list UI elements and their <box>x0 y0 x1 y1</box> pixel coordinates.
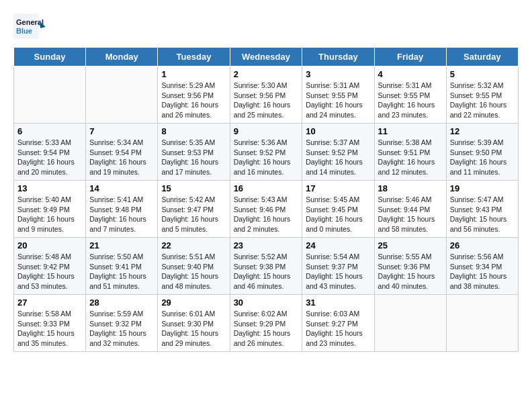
day-number: 25 <box>378 240 443 250</box>
cell-content: Sunrise: 5:47 AM Sunset: 9:43 PM Dayligh… <box>450 195 515 234</box>
day-number: 24 <box>306 240 370 250</box>
calendar-week-3: 13Sunrise: 5:40 AM Sunset: 9:49 PM Dayli… <box>14 181 519 238</box>
cell-content: Sunrise: 6:02 AM Sunset: 9:29 PM Dayligh… <box>234 309 299 349</box>
cell-content: Sunrise: 6:01 AM Sunset: 9:30 PM Dayligh… <box>161 309 226 349</box>
calendar-cell: 13Sunrise: 5:40 AM Sunset: 9:49 PM Dayli… <box>14 181 86 238</box>
calendar-cell: 14Sunrise: 5:41 AM Sunset: 9:48 PM Dayli… <box>86 181 158 238</box>
day-number: 28 <box>89 298 154 308</box>
day-number: 26 <box>450 240 515 250</box>
calendar-cell: 22Sunrise: 5:51 AM Sunset: 9:40 PM Dayli… <box>158 238 230 295</box>
cell-content: Sunrise: 5:46 AM Sunset: 9:44 PM Dayligh… <box>378 195 443 234</box>
cell-content: Sunrise: 5:40 AM Sunset: 9:49 PM Dayligh… <box>17 195 82 234</box>
cell-content: Sunrise: 5:31 AM Sunset: 9:55 PM Dayligh… <box>378 81 443 120</box>
calendar-cell: 12Sunrise: 5:39 AM Sunset: 9:50 PM Dayli… <box>446 124 518 181</box>
day-number: 2 <box>234 69 299 79</box>
cell-content: Sunrise: 5:55 AM Sunset: 9:36 PM Dayligh… <box>378 252 443 291</box>
calendar-cell: 21Sunrise: 5:50 AM Sunset: 9:41 PM Dayli… <box>86 238 158 295</box>
cell-content: Sunrise: 5:45 AM Sunset: 9:45 PM Dayligh… <box>306 195 370 234</box>
cell-content: Sunrise: 5:43 AM Sunset: 9:46 PM Dayligh… <box>234 195 299 234</box>
day-number: 13 <box>17 183 82 193</box>
svg-rect-0 <box>13 13 39 39</box>
day-header-tuesday: Tuesday <box>158 48 230 66</box>
cell-content: Sunrise: 5:31 AM Sunset: 9:55 PM Dayligh… <box>306 81 370 120</box>
logo: General Blue <box>13 13 47 40</box>
cell-content: Sunrise: 5:37 AM Sunset: 9:52 PM Dayligh… <box>306 138 370 177</box>
day-number: 29 <box>161 298 226 308</box>
cell-content: Sunrise: 6:03 AM Sunset: 9:27 PM Dayligh… <box>306 309 370 349</box>
day-number: 9 <box>234 126 299 136</box>
cell-content: Sunrise: 5:29 AM Sunset: 9:56 PM Dayligh… <box>161 81 226 120</box>
calendar-cell <box>14 66 86 124</box>
day-number: 15 <box>161 183 226 193</box>
day-header-wednesday: Wednesday <box>230 48 302 66</box>
day-number: 7 <box>89 126 154 136</box>
calendar-cell: 5Sunrise: 5:32 AM Sunset: 9:55 PM Daylig… <box>446 66 518 124</box>
cell-content: Sunrise: 5:42 AM Sunset: 9:47 PM Dayligh… <box>161 195 226 234</box>
cell-content: Sunrise: 5:41 AM Sunset: 9:48 PM Dayligh… <box>89 195 154 234</box>
day-number: 8 <box>161 126 226 136</box>
calendar-week-2: 6Sunrise: 5:33 AM Sunset: 9:54 PM Daylig… <box>14 124 519 181</box>
calendar-cell: 7Sunrise: 5:34 AM Sunset: 9:54 PM Daylig… <box>86 124 158 181</box>
cell-content: Sunrise: 5:32 AM Sunset: 9:55 PM Dayligh… <box>450 81 515 120</box>
calendar-cell: 15Sunrise: 5:42 AM Sunset: 9:47 PM Dayli… <box>158 181 230 238</box>
cell-content: Sunrise: 5:50 AM Sunset: 9:41 PM Dayligh… <box>89 252 154 291</box>
calendar-cell: 27Sunrise: 5:58 AM Sunset: 9:33 PM Dayli… <box>14 295 86 352</box>
day-number: 1 <box>161 69 226 79</box>
cell-content: Sunrise: 5:58 AM Sunset: 9:33 PM Dayligh… <box>17 309 82 349</box>
calendar-cell: 26Sunrise: 5:56 AM Sunset: 9:34 PM Dayli… <box>446 238 518 295</box>
calendar-week-5: 27Sunrise: 5:58 AM Sunset: 9:33 PM Dayli… <box>14 295 519 352</box>
day-number: 31 <box>306 298 370 308</box>
calendar-cell: 11Sunrise: 5:38 AM Sunset: 9:51 PM Dayli… <box>374 124 446 181</box>
calendar-cell: 23Sunrise: 5:52 AM Sunset: 9:38 PM Dayli… <box>230 238 302 295</box>
cell-content: Sunrise: 5:30 AM Sunset: 9:56 PM Dayligh… <box>234 81 299 120</box>
calendar-cell: 29Sunrise: 6:01 AM Sunset: 9:30 PM Dayli… <box>158 295 230 352</box>
day-number: 3 <box>306 69 370 79</box>
day-number: 12 <box>450 126 515 136</box>
calendar-table: SundayMondayTuesdayWednesdayThursdayFrid… <box>13 47 519 352</box>
cell-content: Sunrise: 5:39 AM Sunset: 9:50 PM Dayligh… <box>450 138 515 177</box>
day-number: 6 <box>17 126 82 136</box>
calendar-cell: 8Sunrise: 5:35 AM Sunset: 9:53 PM Daylig… <box>158 124 230 181</box>
cell-content: Sunrise: 5:38 AM Sunset: 9:51 PM Dayligh… <box>378 138 443 177</box>
calendar-cell <box>86 66 158 124</box>
day-header-thursday: Thursday <box>302 48 374 66</box>
calendar-cell: 10Sunrise: 5:37 AM Sunset: 9:52 PM Dayli… <box>302 124 374 181</box>
day-number: 5 <box>450 69 515 79</box>
calendar-cell: 30Sunrise: 6:02 AM Sunset: 9:29 PM Dayli… <box>230 295 302 352</box>
day-number: 23 <box>234 240 299 250</box>
calendar-cell: 24Sunrise: 5:54 AM Sunset: 9:37 PM Dayli… <box>302 238 374 295</box>
day-number: 14 <box>89 183 154 193</box>
day-number: 11 <box>378 126 443 136</box>
cell-content: Sunrise: 5:54 AM Sunset: 9:37 PM Dayligh… <box>306 252 370 291</box>
cell-content: Sunrise: 5:35 AM Sunset: 9:53 PM Dayligh… <box>161 138 226 177</box>
day-number: 22 <box>161 240 226 250</box>
day-header-friday: Friday <box>374 48 446 66</box>
day-number: 21 <box>89 240 154 250</box>
calendar-cell: 31Sunrise: 6:03 AM Sunset: 9:27 PM Dayli… <box>302 295 374 352</box>
calendar-week-4: 20Sunrise: 5:48 AM Sunset: 9:42 PM Dayli… <box>14 238 519 295</box>
day-number: 4 <box>378 69 443 79</box>
calendar-cell: 6Sunrise: 5:33 AM Sunset: 9:54 PM Daylig… <box>14 124 86 181</box>
calendar-week-1: 1Sunrise: 5:29 AM Sunset: 9:56 PM Daylig… <box>14 66 519 124</box>
calendar-cell <box>374 295 446 352</box>
day-number: 19 <box>450 183 515 193</box>
day-header-saturday: Saturday <box>446 48 518 66</box>
cell-content: Sunrise: 5:56 AM Sunset: 9:34 PM Dayligh… <box>450 252 515 291</box>
day-number: 16 <box>234 183 299 193</box>
calendar-cell: 3Sunrise: 5:31 AM Sunset: 9:55 PM Daylig… <box>302 66 374 124</box>
calendar-cell: 28Sunrise: 5:59 AM Sunset: 9:32 PM Dayli… <box>86 295 158 352</box>
cell-content: Sunrise: 5:48 AM Sunset: 9:42 PM Dayligh… <box>17 252 82 291</box>
calendar-cell: 9Sunrise: 5:36 AM Sunset: 9:52 PM Daylig… <box>230 124 302 181</box>
cell-content: Sunrise: 5:51 AM Sunset: 9:40 PM Dayligh… <box>161 252 226 291</box>
day-number: 27 <box>17 298 82 308</box>
day-number: 10 <box>306 126 370 136</box>
day-header-monday: Monday <box>86 48 158 66</box>
cell-content: Sunrise: 5:52 AM Sunset: 9:38 PM Dayligh… <box>234 252 299 291</box>
logo-svg: General Blue <box>13 13 47 40</box>
cell-content: Sunrise: 5:34 AM Sunset: 9:54 PM Dayligh… <box>89 138 154 177</box>
calendar-cell: 19Sunrise: 5:47 AM Sunset: 9:43 PM Dayli… <box>446 181 518 238</box>
calendar-cell <box>446 295 518 352</box>
cell-content: Sunrise: 5:33 AM Sunset: 9:54 PM Dayligh… <box>17 138 82 177</box>
cell-content: Sunrise: 5:36 AM Sunset: 9:52 PM Dayligh… <box>234 138 299 177</box>
day-number: 17 <box>306 183 370 193</box>
